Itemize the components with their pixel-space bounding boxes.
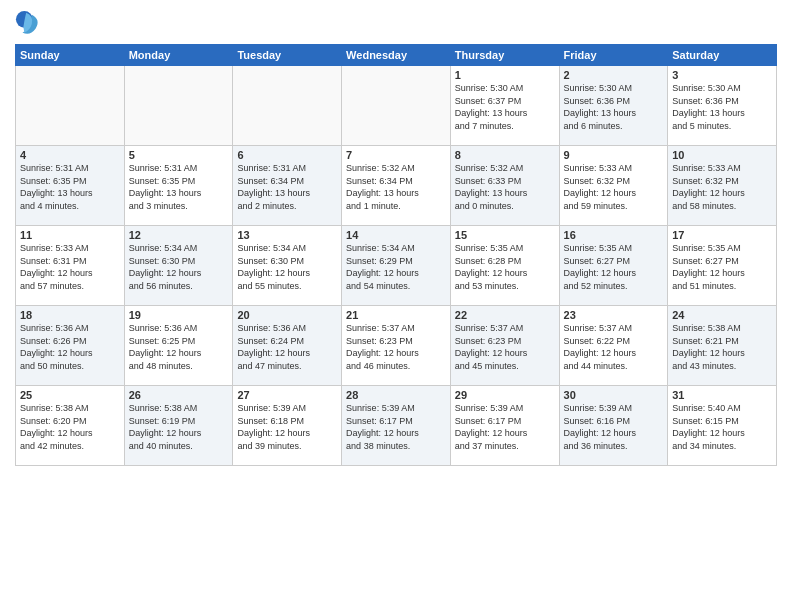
calendar-cell: 17Sunrise: 5:35 AM Sunset: 6:27 PM Dayli… [668, 226, 777, 306]
calendar-cell: 8Sunrise: 5:32 AM Sunset: 6:33 PM Daylig… [450, 146, 559, 226]
day-info: Sunrise: 5:35 AM Sunset: 6:27 PM Dayligh… [564, 242, 664, 292]
day-number: 10 [672, 149, 772, 161]
calendar-cell: 16Sunrise: 5:35 AM Sunset: 6:27 PM Dayli… [559, 226, 668, 306]
day-number: 14 [346, 229, 446, 241]
week-row-3: 11Sunrise: 5:33 AM Sunset: 6:31 PM Dayli… [16, 226, 777, 306]
day-info: Sunrise: 5:33 AM Sunset: 6:32 PM Dayligh… [672, 162, 772, 212]
calendar-cell: 27Sunrise: 5:39 AM Sunset: 6:18 PM Dayli… [233, 386, 342, 466]
day-number: 12 [129, 229, 229, 241]
calendar-cell [16, 66, 125, 146]
column-header-saturday: Saturday [668, 45, 777, 66]
day-info: Sunrise: 5:30 AM Sunset: 6:37 PM Dayligh… [455, 82, 555, 132]
calendar-cell: 2Sunrise: 5:30 AM Sunset: 6:36 PM Daylig… [559, 66, 668, 146]
calendar-cell [233, 66, 342, 146]
column-header-tuesday: Tuesday [233, 45, 342, 66]
day-info: Sunrise: 5:31 AM Sunset: 6:34 PM Dayligh… [237, 162, 337, 212]
calendar-cell: 7Sunrise: 5:32 AM Sunset: 6:34 PM Daylig… [342, 146, 451, 226]
day-info: Sunrise: 5:35 AM Sunset: 6:28 PM Dayligh… [455, 242, 555, 292]
day-info: Sunrise: 5:32 AM Sunset: 6:33 PM Dayligh… [455, 162, 555, 212]
column-header-thursday: Thursday [450, 45, 559, 66]
day-number: 18 [20, 309, 120, 321]
week-row-5: 25Sunrise: 5:38 AM Sunset: 6:20 PM Dayli… [16, 386, 777, 466]
day-info: Sunrise: 5:32 AM Sunset: 6:34 PM Dayligh… [346, 162, 446, 212]
day-number: 11 [20, 229, 120, 241]
week-row-2: 4Sunrise: 5:31 AM Sunset: 6:35 PM Daylig… [16, 146, 777, 226]
calendar-cell: 18Sunrise: 5:36 AM Sunset: 6:26 PM Dayli… [16, 306, 125, 386]
day-number: 28 [346, 389, 446, 401]
calendar-cell: 19Sunrise: 5:36 AM Sunset: 6:25 PM Dayli… [124, 306, 233, 386]
calendar-cell: 10Sunrise: 5:33 AM Sunset: 6:32 PM Dayli… [668, 146, 777, 226]
column-header-friday: Friday [559, 45, 668, 66]
day-number: 29 [455, 389, 555, 401]
day-number: 13 [237, 229, 337, 241]
calendar-cell: 31Sunrise: 5:40 AM Sunset: 6:15 PM Dayli… [668, 386, 777, 466]
day-number: 20 [237, 309, 337, 321]
calendar-table: SundayMondayTuesdayWednesdayThursdayFrid… [15, 44, 777, 466]
day-info: Sunrise: 5:39 AM Sunset: 6:17 PM Dayligh… [455, 402, 555, 452]
day-info: Sunrise: 5:31 AM Sunset: 6:35 PM Dayligh… [129, 162, 229, 212]
day-number: 5 [129, 149, 229, 161]
calendar-cell: 25Sunrise: 5:38 AM Sunset: 6:20 PM Dayli… [16, 386, 125, 466]
header-row: SundayMondayTuesdayWednesdayThursdayFrid… [16, 45, 777, 66]
day-number: 8 [455, 149, 555, 161]
calendar-cell: 30Sunrise: 5:39 AM Sunset: 6:16 PM Dayli… [559, 386, 668, 466]
day-info: Sunrise: 5:39 AM Sunset: 6:16 PM Dayligh… [564, 402, 664, 452]
day-info: Sunrise: 5:33 AM Sunset: 6:32 PM Dayligh… [564, 162, 664, 212]
logo-icon [15, 10, 43, 38]
day-info: Sunrise: 5:36 AM Sunset: 6:26 PM Dayligh… [20, 322, 120, 372]
calendar-cell: 14Sunrise: 5:34 AM Sunset: 6:29 PM Dayli… [342, 226, 451, 306]
calendar-cell [124, 66, 233, 146]
day-number: 3 [672, 69, 772, 81]
calendar-cell: 20Sunrise: 5:36 AM Sunset: 6:24 PM Dayli… [233, 306, 342, 386]
day-info: Sunrise: 5:34 AM Sunset: 6:29 PM Dayligh… [346, 242, 446, 292]
column-header-wednesday: Wednesday [342, 45, 451, 66]
calendar-cell: 3Sunrise: 5:30 AM Sunset: 6:36 PM Daylig… [668, 66, 777, 146]
day-info: Sunrise: 5:36 AM Sunset: 6:25 PM Dayligh… [129, 322, 229, 372]
day-info: Sunrise: 5:37 AM Sunset: 6:23 PM Dayligh… [455, 322, 555, 372]
column-header-monday: Monday [124, 45, 233, 66]
day-number: 22 [455, 309, 555, 321]
logo [15, 10, 47, 38]
day-info: Sunrise: 5:34 AM Sunset: 6:30 PM Dayligh… [237, 242, 337, 292]
calendar-cell: 24Sunrise: 5:38 AM Sunset: 6:21 PM Dayli… [668, 306, 777, 386]
calendar-cell: 12Sunrise: 5:34 AM Sunset: 6:30 PM Dayli… [124, 226, 233, 306]
day-number: 30 [564, 389, 664, 401]
day-info: Sunrise: 5:38 AM Sunset: 6:20 PM Dayligh… [20, 402, 120, 452]
day-number: 17 [672, 229, 772, 241]
calendar-cell: 29Sunrise: 5:39 AM Sunset: 6:17 PM Dayli… [450, 386, 559, 466]
week-row-4: 18Sunrise: 5:36 AM Sunset: 6:26 PM Dayli… [16, 306, 777, 386]
calendar-cell: 6Sunrise: 5:31 AM Sunset: 6:34 PM Daylig… [233, 146, 342, 226]
day-info: Sunrise: 5:39 AM Sunset: 6:18 PM Dayligh… [237, 402, 337, 452]
day-info: Sunrise: 5:35 AM Sunset: 6:27 PM Dayligh… [672, 242, 772, 292]
day-number: 2 [564, 69, 664, 81]
calendar-cell: 11Sunrise: 5:33 AM Sunset: 6:31 PM Dayli… [16, 226, 125, 306]
day-number: 6 [237, 149, 337, 161]
day-info: Sunrise: 5:33 AM Sunset: 6:31 PM Dayligh… [20, 242, 120, 292]
day-number: 27 [237, 389, 337, 401]
day-number: 31 [672, 389, 772, 401]
calendar-cell: 1Sunrise: 5:30 AM Sunset: 6:37 PM Daylig… [450, 66, 559, 146]
calendar-cell: 23Sunrise: 5:37 AM Sunset: 6:22 PM Dayli… [559, 306, 668, 386]
day-info: Sunrise: 5:31 AM Sunset: 6:35 PM Dayligh… [20, 162, 120, 212]
calendar-cell: 4Sunrise: 5:31 AM Sunset: 6:35 PM Daylig… [16, 146, 125, 226]
day-info: Sunrise: 5:37 AM Sunset: 6:22 PM Dayligh… [564, 322, 664, 372]
day-number: 21 [346, 309, 446, 321]
day-info: Sunrise: 5:37 AM Sunset: 6:23 PM Dayligh… [346, 322, 446, 372]
page: SundayMondayTuesdayWednesdayThursdayFrid… [0, 0, 792, 612]
day-number: 7 [346, 149, 446, 161]
calendar-cell: 13Sunrise: 5:34 AM Sunset: 6:30 PM Dayli… [233, 226, 342, 306]
day-info: Sunrise: 5:36 AM Sunset: 6:24 PM Dayligh… [237, 322, 337, 372]
day-info: Sunrise: 5:30 AM Sunset: 6:36 PM Dayligh… [564, 82, 664, 132]
day-info: Sunrise: 5:40 AM Sunset: 6:15 PM Dayligh… [672, 402, 772, 452]
day-number: 24 [672, 309, 772, 321]
day-info: Sunrise: 5:34 AM Sunset: 6:30 PM Dayligh… [129, 242, 229, 292]
calendar-cell: 9Sunrise: 5:33 AM Sunset: 6:32 PM Daylig… [559, 146, 668, 226]
calendar-cell: 22Sunrise: 5:37 AM Sunset: 6:23 PM Dayli… [450, 306, 559, 386]
day-number: 26 [129, 389, 229, 401]
day-info: Sunrise: 5:30 AM Sunset: 6:36 PM Dayligh… [672, 82, 772, 132]
calendar-cell: 5Sunrise: 5:31 AM Sunset: 6:35 PM Daylig… [124, 146, 233, 226]
day-number: 9 [564, 149, 664, 161]
calendar-cell: 21Sunrise: 5:37 AM Sunset: 6:23 PM Dayli… [342, 306, 451, 386]
day-number: 4 [20, 149, 120, 161]
day-number: 1 [455, 69, 555, 81]
